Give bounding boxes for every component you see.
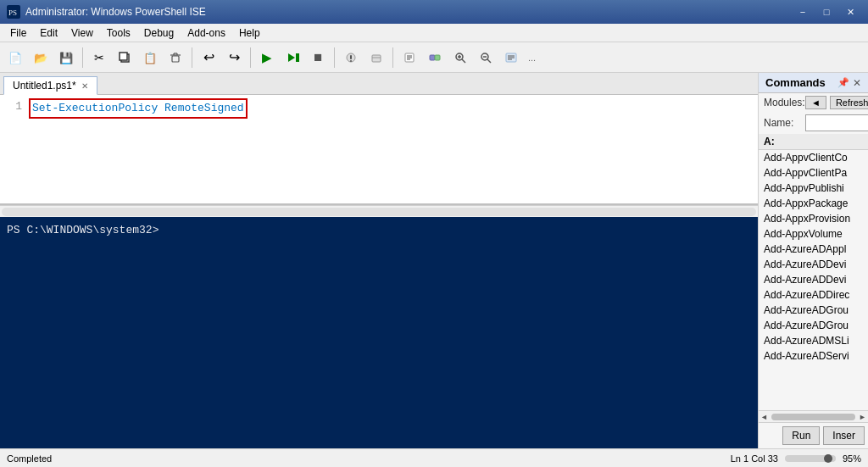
command-panel-button[interactable] [499,46,523,69]
status-bar: Completed Ln 1 Col 33 95% [0,448,868,467]
toolbar: ↩ ↪ ▶ ⏹ [0,42,868,73]
name-input[interactable] [805,114,868,131]
zoom-thumb[interactable] [824,454,832,463]
console-area[interactable]: PS C:\WINDOWS\system32> [0,217,758,448]
cut-button[interactable] [87,46,111,69]
svg-line-27 [487,59,491,63]
svg-rect-21 [435,55,440,60]
run-cmd-button[interactable]: Run [782,426,820,445]
toolbar-separator-2 [192,47,192,68]
list-item[interactable]: Add-AzureADDevi [759,257,868,272]
stop-button[interactable]: ⏹ [306,46,330,69]
menu-edit[interactable]: Edit [33,24,64,42]
hscroll-left-button[interactable]: ◄ [760,413,768,421]
hscroll-right-button[interactable]: ► [859,413,866,421]
commands-title: Commands [765,76,826,89]
clear-button[interactable] [164,46,187,69]
open-button[interactable] [29,46,53,69]
name-label: Name: [764,117,802,129]
copy-button[interactable] [113,46,136,69]
redo-button[interactable]: ↪ [222,46,246,69]
modules-label: Modules: [764,97,802,108]
list-item[interactable]: Add-AppvClientCo [759,150,868,165]
status-zoom: 95% [843,453,861,464]
list-item[interactable]: Add-AppxVolume [759,226,868,242]
svg-rect-10 [296,53,299,62]
menu-view[interactable]: View [64,24,100,42]
console-prompt: PS C:\WINDOWS\system32> [7,224,751,236]
cmd-footer: Run Inser [759,422,868,448]
toolbar-separator-3 [250,47,251,68]
debug-button-1[interactable] [339,46,363,69]
app-icon: PS [7,5,20,19]
commands-pin-icon[interactable]: 📌 [837,77,849,88]
code-content[interactable]: Set-ExecutionPolicy RemoteSigned [29,98,248,119]
list-item[interactable]: Add-AzureADDirec [759,287,868,303]
list-item[interactable]: Add-AzureADDevi [759,272,868,287]
modules-nav-button[interactable]: ◄ [805,96,826,109]
code-text: Set-ExecutionPolicy RemoteSigned [32,102,244,114]
modules-row: Modules: ◄ Refresh [759,93,868,112]
title-text: Administrator: Windows PowerShell ISE [25,6,787,18]
svg-marker-9 [288,53,295,62]
list-item[interactable]: Add-AzureADServi [759,348,868,364]
menu-file[interactable]: File [3,24,33,42]
tab-untitled1[interactable]: Untitled1.ps1* ✕ [3,76,97,95]
refresh-button[interactable]: Refresh [830,96,868,109]
svg-rect-12 [350,55,352,59]
undo-button[interactable]: ↩ [197,46,220,69]
svg-rect-14 [372,55,381,62]
close-button[interactable]: ✕ [839,3,861,20]
insert-cmd-button[interactable]: Inser [823,426,865,445]
list-item[interactable]: Add-AzureADAppl [759,242,868,257]
zoom-in-button[interactable] [448,46,472,69]
hscroll-track[interactable] [2,208,756,216]
svg-rect-20 [430,55,435,60]
menu-help[interactable]: Help [232,24,267,42]
toolbar-separator-5 [392,47,393,68]
list-item[interactable]: Add-AzureADMSLi [759,333,868,348]
zoom-out-button[interactable] [474,46,498,69]
svg-text:PS: PS [8,8,17,17]
list-item[interactable]: Add-AppxProvision [759,211,868,226]
editor-hscrollbar[interactable] [0,205,758,217]
editor-area: Untitled1.ps1* ✕ 1 Set-ExecutionPolicy R… [0,73,758,448]
commands-header: Commands 📌 ✕ [759,73,868,93]
status-line-col: Ln 1 Col 33 [731,453,778,464]
menu-debug[interactable]: Debug [137,24,181,42]
toolbar-separator-4 [334,47,335,68]
menu-tools[interactable]: Tools [100,24,137,42]
hscroll-thumb[interactable] [771,414,855,420]
main-content: Untitled1.ps1* ✕ 1 Set-ExecutionPolicy R… [0,73,868,448]
commands-close-button[interactable]: ✕ [853,77,861,89]
line-numbers: 1 [3,98,29,119]
debug-button-2[interactable] [364,46,388,69]
addon-button[interactable] [423,46,447,69]
list-item[interactable]: Add-AppvPublishi [759,181,868,196]
script-editor[interactable]: 1 Set-ExecutionPolicy RemoteSigned [0,95,758,205]
menu-addons[interactable]: Add-ons [181,24,232,42]
status-right: Ln 1 Col 33 95% [731,453,861,464]
run-sel-button[interactable] [281,46,304,69]
title-bar: PS Administrator: Windows PowerShell ISE… [0,0,868,24]
toolbar-separator-1 [82,47,83,68]
svg-rect-3 [120,53,127,60]
zoom-slider[interactable] [785,455,836,462]
window-controls: − □ ✕ [792,3,861,20]
snippet-button[interactable] [398,46,421,69]
list-item[interactable]: Add-AppxPackage [759,196,868,211]
maximize-button[interactable]: □ [815,3,837,20]
cmd-list[interactable]: Add-AppvClientCo Add-AppvClientPa Add-Ap… [759,150,868,410]
run-button[interactable]: ▶ [255,46,279,69]
list-item[interactable]: Add-AzureADGrou [759,318,868,333]
tab-close-icon[interactable]: ✕ [81,81,88,91]
list-item[interactable]: Add-AppvClientPa [759,165,868,181]
save-button[interactable] [54,46,78,69]
new-button[interactable] [3,46,27,69]
cmd-hscrollbar[interactable]: ◄ ► [759,410,868,422]
list-item[interactable]: Add-AzureADGrou [759,303,868,318]
paste-button[interactable] [138,46,162,69]
minimize-button[interactable]: − [792,3,814,20]
name-row: Name: [759,112,868,134]
code-line-1: Set-ExecutionPolicy RemoteSigned [29,98,248,119]
